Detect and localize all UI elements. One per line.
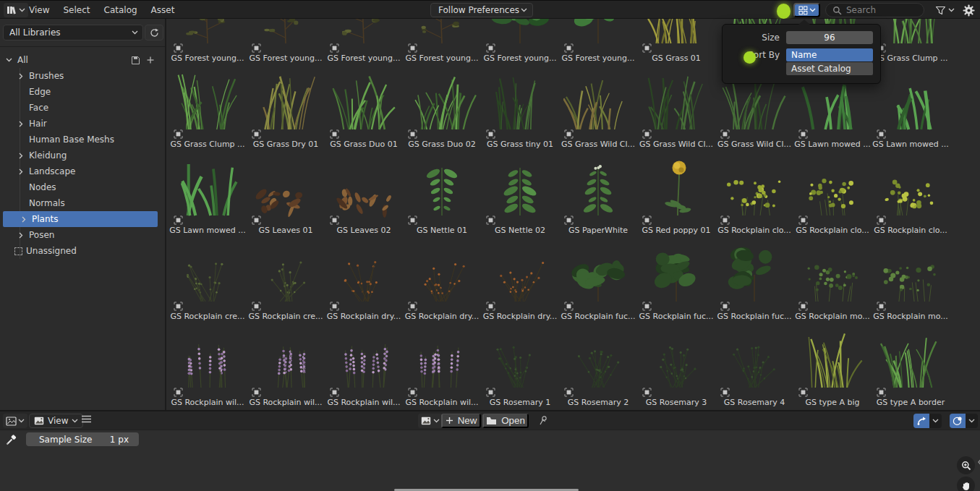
add-catalog-button[interactable] [146, 56, 155, 64]
asset-item[interactable]: GS Grass Duo 02 [403, 63, 481, 149]
asset-item[interactable]: GS Rosemary 1 [481, 321, 559, 407]
asset-thumbnail[interactable] [251, 321, 320, 390]
asset-item[interactable]: GS Rosemary 2 [559, 321, 637, 407]
sidebar-item-posen[interactable]: Posen [0, 227, 166, 243]
asset-thumbnail[interactable] [720, 149, 789, 218]
asset-item[interactable]: GS Grass Clump ... [872, 19, 950, 63]
sidebar-item-hair[interactable]: Hair [0, 116, 166, 132]
asset-item[interactable]: GS Rockplain wil... [169, 321, 247, 407]
sort-option-name[interactable]: Name [786, 48, 873, 61]
display-mode-button[interactable] [793, 3, 820, 17]
save-icon[interactable] [131, 56, 140, 65]
image-browse-dropdown[interactable] [418, 414, 443, 428]
asset-thumbnail[interactable] [485, 149, 555, 218]
tree-chevron-icon[interactable] [16, 153, 25, 159]
asset-thumbnail[interactable] [251, 235, 320, 304]
asset-item[interactable]: GS Rockplain cre... [169, 235, 247, 321]
editor-type-button[interactable] [3, 414, 27, 428]
library-select[interactable]: All Libraries [3, 25, 143, 40]
asset-item[interactable]: GS Forest young... [247, 19, 325, 63]
asset-thumbnail[interactable] [485, 63, 555, 132]
overlay-toggle-button[interactable] [950, 414, 978, 428]
asset-item[interactable]: GS type A big [793, 321, 872, 407]
sidebar-item-human-base-meshs[interactable]: Human Base Meshs [0, 132, 166, 148]
sample-size-slider[interactable]: Sample Size 1 px [26, 432, 139, 446]
asset-thumbnail[interactable] [407, 321, 477, 390]
menu-item-catalog[interactable]: Catalog [104, 5, 137, 15]
asset-thumbnail[interactable] [642, 149, 711, 218]
asset-item[interactable]: GS Rosemary 4 [715, 321, 793, 407]
sidebar-item-normals[interactable]: Normals [0, 195, 166, 211]
menu-item-select[interactable]: Select [63, 5, 90, 15]
asset-thumbnail[interactable] [329, 63, 399, 132]
asset-item[interactable]: GS Nettle 02 [481, 149, 559, 235]
asset-thumbnail[interactable] [876, 149, 945, 218]
asset-thumbnail[interactable] [485, 235, 555, 304]
asset-thumbnail[interactable] [720, 235, 789, 304]
asset-thumbnail[interactable] [251, 63, 320, 132]
asset-thumbnail[interactable] [563, 235, 633, 304]
asset-item[interactable]: GS Rockplain wil... [325, 321, 403, 407]
asset-item[interactable]: GS Rockplain clo... [793, 149, 872, 235]
asset-item[interactable]: GS Grass tiny 01 [481, 63, 559, 149]
asset-item[interactable]: GS Nettle 01 [403, 149, 481, 235]
editor-type-button[interactable] [4, 3, 28, 17]
asset-thumbnail[interactable] [407, 19, 477, 46]
asset-item[interactable]: GS Lawn mowed ... [169, 149, 247, 235]
asset-thumbnail[interactable] [642, 235, 711, 304]
asset-item[interactable]: GS Red poppy 01 [637, 149, 715, 235]
open-image-button[interactable]: Open [482, 414, 529, 428]
asset-thumbnail[interactable] [173, 19, 242, 46]
size-field[interactable]: 96 [786, 31, 873, 44]
asset-item[interactable]: GS Grass Clump ... [169, 63, 247, 149]
sidebar-item-brushes[interactable]: Brushes [0, 68, 166, 84]
asset-item[interactable]: GS Forest young... [169, 19, 247, 63]
zoom-gizmo-button[interactable] [957, 456, 975, 474]
asset-thumbnail[interactable] [642, 321, 711, 390]
asset-item[interactable]: GS Rosemary 3 [637, 321, 715, 407]
asset-thumbnail[interactable] [642, 19, 711, 46]
asset-thumbnail[interactable] [720, 321, 789, 390]
asset-item[interactable]: GS Grass Wild Cl... [559, 63, 637, 149]
asset-thumbnail[interactable] [485, 19, 555, 46]
asset-thumbnail[interactable] [563, 19, 633, 46]
tree-chevron-icon[interactable] [16, 121, 25, 127]
asset-item[interactable]: GS Grass Wild Cl... [637, 63, 715, 149]
asset-item[interactable]: GS type A border [872, 321, 950, 407]
asset-thumbnail[interactable] [407, 235, 477, 304]
tree-chevron-icon[interactable] [16, 168, 25, 175]
asset-item[interactable]: GS Rockplain mo... [872, 235, 950, 321]
asset-thumbnail[interactable] [251, 19, 320, 46]
asset-thumbnail[interactable] [798, 321, 867, 390]
asset-item[interactable]: GS Grass Duo 01 [325, 63, 403, 149]
asset-thumbnail[interactable] [251, 149, 320, 218]
sort-option-asset-catalog[interactable]: Asset Catalog [786, 62, 873, 75]
new-image-button[interactable]: New [441, 414, 481, 428]
asset-item[interactable]: GS Leaves 01 [247, 149, 325, 235]
asset-thumbnail[interactable] [563, 321, 633, 390]
asset-item[interactable]: GS Rockplain fuc... [715, 235, 793, 321]
menu-item-view[interactable]: View [29, 5, 49, 15]
asset-thumbnail[interactable] [173, 63, 242, 132]
asset-item[interactable]: GS Rockplain dry... [403, 235, 481, 321]
asset-item[interactable]: GS Grass Dry 01 [247, 63, 325, 149]
asset-item[interactable]: GS Rockplain wil... [247, 321, 325, 407]
refresh-library-button[interactable] [145, 25, 163, 40]
asset-item[interactable]: GS Rockplain dry... [481, 235, 559, 321]
sidebar-item-all[interactable]: All [0, 52, 166, 68]
asset-item[interactable]: GS Rockplain dry... [325, 235, 403, 321]
hamburger-menu-button[interactable] [81, 415, 92, 423]
asset-item[interactable]: GS Rockplain fuc... [559, 235, 637, 321]
gizmo-toggle-button[interactable] [913, 414, 942, 428]
asset-item[interactable]: GS Rockplain clo... [715, 149, 793, 235]
import-method-dropdown[interactable]: Follow Preferences [430, 3, 533, 17]
asset-item[interactable]: GS Forest young... [481, 19, 559, 63]
asset-thumbnail[interactable] [407, 149, 477, 218]
asset-item[interactable]: GS Rockplain clo... [872, 149, 950, 235]
sidebar-item-nodes[interactable]: Nodes [0, 179, 166, 195]
sidebar-item-landscape[interactable]: Landscape [0, 163, 166, 179]
settings-gear-button[interactable] [960, 2, 976, 18]
filter-button[interactable] [935, 3, 955, 17]
asset-item[interactable]: GS Forest young... [325, 19, 403, 63]
tree-chevron-icon[interactable] [16, 73, 25, 80]
